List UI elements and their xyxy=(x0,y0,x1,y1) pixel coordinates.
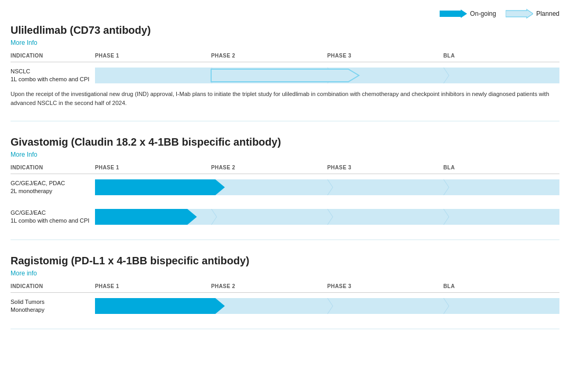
drug-title-ragistomig: Ragistomig (PD-L1 x 4-1BB bispecific ant… xyxy=(11,255,559,267)
trial-label-uliledlimab-nsclc: NSCLC 1L combo with chemo and CPI xyxy=(11,68,95,84)
drug-title-givastomig: Givastomig (Claudin 18.2 x 4-1BB bispeci… xyxy=(11,136,559,148)
phase-header-givastomig: INDICATION PHASE 1 PHASE 2 PHASE 3 BLA xyxy=(11,164,559,174)
legend-ongoing-icon xyxy=(440,8,467,19)
trial-label-line1: NSCLC xyxy=(11,68,91,75)
trial-label-line2: 1L combo with chemo and CPI xyxy=(11,217,91,225)
legend-planned: Planned xyxy=(506,8,559,19)
drug-section-givastomig: Givastomig (Claudin 18.2 x 4-1BB bispeci… xyxy=(11,136,559,240)
legend-planned-icon xyxy=(506,8,533,19)
trial-label-line1: GC/GEJ/EAC, PDAC xyxy=(11,179,91,187)
phase-header-uliledlimab: INDICATION PHASE 1 PHASE 2 PHASE 3 BLA xyxy=(11,52,559,62)
legend: On-going Planned xyxy=(11,8,559,19)
page-container: On-going Planned Uliledlimab (CD73 antib… xyxy=(0,0,570,340)
header-phase1-1: PHASE 1 xyxy=(95,164,211,171)
svg-marker-2 xyxy=(506,9,533,18)
spacer-2 xyxy=(11,240,559,250)
trial-note-uliledlimab: Upon the receipt of the investigational … xyxy=(11,90,559,107)
spacer-1 xyxy=(11,121,559,131)
header-phase2-0: PHASE 2 xyxy=(211,52,327,60)
svg-marker-12 xyxy=(95,179,225,195)
bar-svg-ragistomig xyxy=(95,298,559,314)
header-phase2-1: PHASE 2 xyxy=(211,164,327,171)
header-indication-0: INDICATION xyxy=(11,52,95,60)
bar-svg-givastomig-1l xyxy=(95,209,559,225)
phase-header-ragistomig: INDICATION PHASE 1 PHASE 2 PHASE 3 BLA xyxy=(11,282,559,293)
bar-givastomig-2l xyxy=(95,179,559,195)
svg-marker-1 xyxy=(440,9,467,18)
trial-label-line1: Solid Tumors xyxy=(11,298,91,306)
trial-row-givastomig-2l: GC/GEJ/EAC, PDAC 2L monotherapy xyxy=(11,177,559,197)
svg-marker-17 xyxy=(95,209,197,225)
header-indication-2: INDICATION xyxy=(11,282,95,290)
trial-row-spacer xyxy=(11,202,559,207)
legend-planned-label: Planned xyxy=(536,10,559,17)
header-phase1-2: PHASE 1 xyxy=(95,282,211,290)
trial-label-line2: 2L monotherapy xyxy=(11,187,91,195)
trial-row-ragistomig-solidtumors: Solid Tumors Monotherapy xyxy=(11,296,559,316)
svg-marker-7 xyxy=(211,69,359,82)
header-phase2-2: PHASE 2 xyxy=(211,282,327,290)
svg-marker-22 xyxy=(95,298,225,314)
trial-label-line2: Monotherapy xyxy=(11,306,91,314)
header-indication-1: INDICATION xyxy=(11,164,95,171)
header-phase3-2: PHASE 3 xyxy=(327,282,443,290)
header-phase3-0: PHASE 3 xyxy=(327,52,443,60)
trial-label-givastomig-1l: GC/GEJ/EAC 1L combo with chemo and CPI xyxy=(11,209,95,225)
drug-section-uliledlimab: Uliledlimab (CD73 antibody) More Info IN… xyxy=(11,24,559,121)
bar-svg-uliledlimab xyxy=(95,68,559,83)
trial-row-uliledlimab-nsclc: NSCLC 1L combo with chemo and CPI xyxy=(11,65,559,85)
header-bla-1: BLA xyxy=(443,164,559,171)
more-info-uliledlimab[interactable]: More Info xyxy=(11,39,37,46)
bar-ragistomig-solidtumors xyxy=(95,298,559,314)
header-phase3-1: PHASE 3 xyxy=(327,164,443,171)
legend-ongoing-label: On-going xyxy=(470,10,496,17)
drug-title-uliledlimab: Uliledlimab (CD73 antibody) xyxy=(11,24,559,36)
bar-svg-givastomig-2l xyxy=(95,179,559,195)
header-bla-2: BLA xyxy=(443,282,559,290)
bar-givastomig-1l xyxy=(95,209,559,225)
trial-label-ragistomig-solidtumors: Solid Tumors Monotherapy xyxy=(11,298,95,314)
trial-label-line1: GC/GEJ/EAC xyxy=(11,209,91,217)
trial-row-givastomig-1l: GC/GEJ/EAC 1L combo with chemo and CPI xyxy=(11,207,559,227)
legend-ongoing: On-going xyxy=(440,8,496,19)
trial-label-givastomig-2l: GC/GEJ/EAC, PDAC 2L monotherapy xyxy=(11,179,95,196)
more-info-givastomig[interactable]: More Info xyxy=(11,151,37,158)
more-info-ragistomig[interactable]: More info xyxy=(11,270,37,277)
header-bla-0: BLA xyxy=(443,52,559,60)
header-phase1-0: PHASE 1 xyxy=(95,52,211,60)
trial-label-line2: 1L combo with chemo and CPI xyxy=(11,75,91,83)
drug-section-ragistomig: Ragistomig (PD-L1 x 4-1BB bispecific ant… xyxy=(11,255,559,329)
bar-uliledlimab-nsclc xyxy=(95,68,559,83)
